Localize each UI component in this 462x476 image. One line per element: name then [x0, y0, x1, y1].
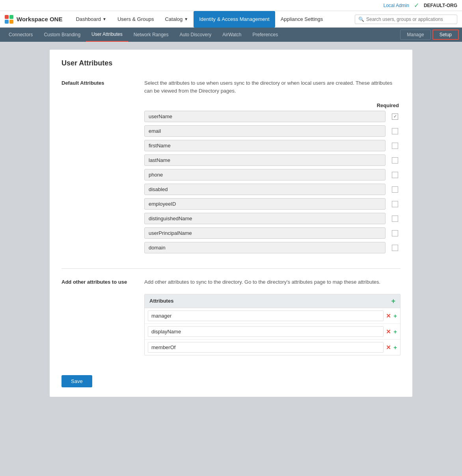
attr-row-phone: [144, 169, 401, 180]
attr-row-distinguishedname: [144, 213, 401, 224]
add-attr-row-displayname: ✕ +: [145, 324, 400, 340]
checkbox-disabled[interactable]: [392, 186, 398, 193]
admin-info: Local Admin ✓ DEFAULT-ORG: [384, 2, 457, 9]
attr-row-username: [144, 111, 401, 122]
logo-squares: [5, 15, 13, 24]
sec-nav-custom-branding[interactable]: Custom Branding: [38, 28, 86, 42]
sec-nav-auto-discovery[interactable]: Auto Discovery: [174, 28, 217, 42]
add-attributes-section: Add other attributes to use Add other at…: [61, 278, 401, 355]
remove-manager-button[interactable]: ✕: [386, 313, 391, 319]
logo-area: Workspace ONE: [5, 15, 62, 24]
admin-name[interactable]: Local Admin: [384, 3, 409, 8]
manage-button[interactable]: Manage: [400, 30, 430, 40]
top-nav-bar: Workspace ONE Dashboard ▼ Users & Groups…: [0, 11, 462, 28]
attr-input-userprincipalname[interactable]: [144, 227, 386, 239]
attr-input-disabled[interactable]: [144, 184, 386, 195]
checkbox-email[interactable]: [392, 128, 398, 134]
add-attributes-label: Add other attributes to use: [61, 278, 132, 355]
checkbox-distinguishedname[interactable]: [392, 216, 398, 222]
add-attr-header: Attributes +: [145, 294, 400, 308]
add-attr-header-label: Attributes: [149, 298, 173, 304]
attr-input-distinguishedname[interactable]: [144, 213, 386, 224]
nav-item-users-groups[interactable]: Users & Groups: [112, 11, 159, 28]
add-attr-input-manager[interactable]: [148, 311, 384, 321]
checkbox-cell-employeeid: [389, 201, 401, 207]
checkbox-cell-distinguishedname: [389, 216, 401, 222]
org-icon: ✓: [414, 2, 419, 9]
checkbox-phone[interactable]: [392, 172, 398, 178]
sec-nav-airwatch[interactable]: AirWatch: [217, 28, 247, 42]
default-attributes-desc: Select the attributes to use when users …: [144, 79, 401, 95]
section-divider: [61, 268, 401, 269]
checkbox-domain[interactable]: [392, 245, 398, 251]
attr-input-email[interactable]: [144, 125, 386, 137]
attr-input-employeeid[interactable]: [144, 198, 386, 210]
add-attribute-button[interactable]: +: [391, 298, 395, 305]
default-attributes-content: Select the attributes to use when users …: [144, 79, 401, 257]
add-attr-row-manager: ✕ +: [145, 308, 400, 324]
app-name: Workspace ONE: [17, 16, 62, 22]
attr-row-lastname: [144, 154, 401, 166]
remove-displayname-button[interactable]: ✕: [386, 329, 391, 335]
attr-input-username[interactable]: [144, 111, 386, 122]
default-attributes-section: Default Attributes Select the attributes…: [61, 79, 401, 257]
search-input[interactable]: [366, 17, 454, 22]
logo-sq-blue: [5, 20, 9, 24]
nav-item-catalog[interactable]: Catalog ▼: [159, 11, 194, 28]
secondary-nav: Connectors Custom Branding User Attribut…: [0, 28, 462, 42]
checkbox-cell-userprincipalname: [389, 230, 401, 236]
sec-nav-network-ranges[interactable]: Network Ranges: [128, 28, 174, 42]
attr-row-userprincipalname: [144, 227, 401, 239]
content-panel: User Attributes Default Attributes Selec…: [50, 50, 412, 397]
attr-row-firstname: [144, 140, 401, 151]
sec-nav-connectors[interactable]: Connectors: [3, 28, 38, 42]
setup-button[interactable]: Setup: [432, 30, 459, 40]
sec-nav-right-buttons: Manage Setup: [400, 30, 459, 40]
search-icon: 🔍: [358, 17, 364, 22]
add-after-displayname-button[interactable]: +: [393, 329, 397, 335]
sec-nav-user-attributes[interactable]: User Attributes: [86, 28, 128, 42]
checkbox-username[interactable]: [392, 113, 398, 120]
add-after-memberof-button[interactable]: +: [393, 344, 397, 350]
admin-bar: Local Admin ✓ DEFAULT-ORG: [0, 0, 462, 11]
attr-input-phone[interactable]: [144, 169, 386, 180]
remove-memberof-button[interactable]: ✕: [386, 344, 391, 350]
page-title: User Attributes: [61, 59, 401, 67]
add-attr-input-displayname[interactable]: [148, 326, 384, 337]
save-button[interactable]: Save: [61, 375, 92, 387]
nav-item-dashboard[interactable]: Dashboard ▼: [70, 11, 112, 28]
checkbox-cell-username: [389, 113, 401, 120]
default-attributes-row: Default Attributes Select the attributes…: [61, 79, 401, 257]
add-after-manager-button[interactable]: +: [393, 313, 397, 319]
attr-row-employeeid: [144, 198, 401, 210]
add-attr-input-memberof[interactable]: [148, 342, 384, 353]
chevron-down-icon: ▼: [102, 17, 106, 21]
top-nav: Dashboard ▼ Users & Groups Catalog ▼ Ide…: [70, 11, 355, 28]
checkbox-lastname[interactable]: [392, 157, 398, 164]
add-attr-row-memberof: ✕ +: [145, 340, 400, 355]
add-attributes-desc: Add other attributes to sync to the dire…: [144, 278, 401, 286]
checkbox-userprincipalname[interactable]: [392, 230, 398, 236]
checkbox-cell-disabled: [389, 186, 401, 193]
nav-item-identity[interactable]: Identity & Access Management: [194, 11, 275, 28]
checkbox-employeeid[interactable]: [392, 201, 398, 207]
nav-item-appliance[interactable]: Appliance Settings: [275, 11, 329, 28]
checkbox-firstname[interactable]: [392, 143, 398, 149]
org-name: DEFAULT-ORG: [424, 3, 457, 8]
attr-input-lastname[interactable]: [144, 154, 386, 166]
checkbox-cell-email: [389, 128, 401, 134]
chevron-down-icon: ▼: [184, 17, 188, 21]
attr-input-domain[interactable]: [144, 242, 386, 253]
search-box: 🔍: [355, 15, 457, 24]
main-wrapper: User Attributes Default Attributes Selec…: [0, 42, 462, 405]
logo-sq-red: [5, 15, 9, 19]
checkbox-cell-phone: [389, 172, 401, 178]
add-attributes-row: Add other attributes to use Add other at…: [61, 278, 401, 355]
logo-sq-yellow: [9, 20, 13, 24]
sec-nav-preferences[interactable]: Preferences: [247, 28, 283, 42]
add-attributes-content: Add other attributes to sync to the dire…: [144, 278, 401, 355]
default-attributes-label: Default Attributes: [61, 79, 132, 257]
attr-row-email: [144, 125, 401, 137]
attr-input-firstname[interactable]: [144, 140, 386, 151]
attr-row-disabled: [144, 184, 401, 195]
